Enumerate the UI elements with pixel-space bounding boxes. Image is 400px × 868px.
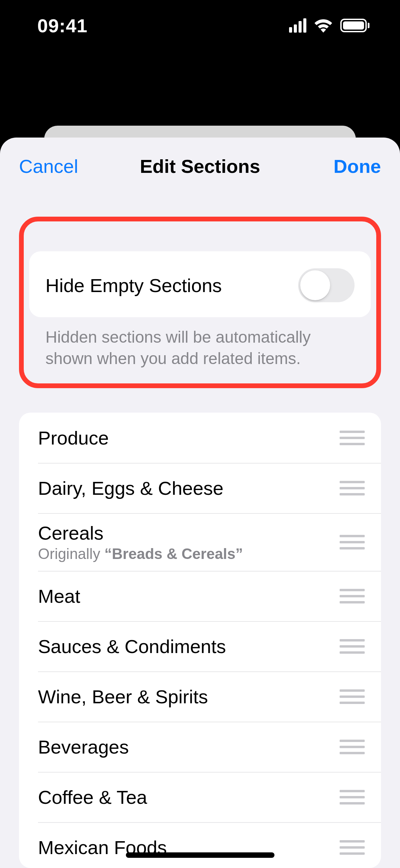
sections-list: Produce Dairy, Eggs & Cheese Cereals Ori… [19,413,381,868]
section-name-label: Sauces & Condiments [38,635,226,657]
section-name-label: Beverages [38,736,129,758]
cellular-signal-icon [289,18,306,33]
drag-handle-icon[interactable] [340,736,365,758]
drag-handle-icon[interactable] [340,685,365,708]
section-original-name-label: Originally “Breads & Cereals” [38,545,243,562]
section-name-label: Coffee & Tea [38,786,147,808]
section-name-label: Dairy, Eggs & Cheese [38,477,224,499]
drag-handle-icon[interactable] [340,531,365,554]
hide-empty-sections-toggle[interactable] [298,268,355,302]
cancel-button[interactable]: Cancel [19,155,78,177]
wifi-icon [314,18,333,33]
drag-handle-icon[interactable] [340,585,365,608]
home-indicator[interactable] [126,852,274,858]
section-row-cereals[interactable]: Cereals Originally “Breads & Cereals” [19,513,381,571]
section-row-produce[interactable]: Produce [19,413,381,463]
section-row-sauces-condiments[interactable]: Sauces & Condiments [19,621,381,671]
section-row-dairy-eggs-cheese[interactable]: Dairy, Eggs & Cheese [19,463,381,513]
hide-empty-sections-row[interactable]: Hide Empty Sections [29,251,371,317]
section-name-label: Produce [38,427,109,449]
status-time: 09:41 [37,15,88,37]
section-row-mexican-foods[interactable]: Mexican Foods [19,822,381,868]
modal-header: Cancel Edit Sections Done [0,138,400,195]
drag-handle-icon[interactable] [340,427,365,449]
battery-icon [340,19,369,32]
status-right-cluster [289,18,369,33]
highlighted-setting-box: Hide Empty Sections Hidden sections will… [19,217,381,388]
drag-handle-icon[interactable] [340,786,365,809]
section-name-label: Meat [38,585,80,607]
section-row-beverages[interactable]: Beverages [19,722,381,772]
hide-empty-sections-label: Hide Empty Sections [45,274,222,296]
hide-empty-sections-hint: Hidden sections will be automatically sh… [29,317,371,375]
section-name-label: Wine, Beer & Spirits [38,686,208,708]
modal-title: Edit Sections [140,155,260,177]
section-row-wine-beer-spirits[interactable]: Wine, Beer & Spirits [19,671,381,722]
done-button[interactable]: Done [334,155,381,177]
section-name-label: Cereals [38,522,243,544]
section-row-coffee-tea[interactable]: Coffee & Tea [19,772,381,822]
drag-handle-icon[interactable] [340,477,365,500]
status-bar: 09:41 [0,0,400,51]
drag-handle-icon[interactable] [340,836,365,859]
section-row-meat[interactable]: Meat [19,571,381,621]
edit-sections-modal: Cancel Edit Sections Done Hide Empty Sec… [0,138,400,868]
drag-handle-icon[interactable] [340,635,365,658]
